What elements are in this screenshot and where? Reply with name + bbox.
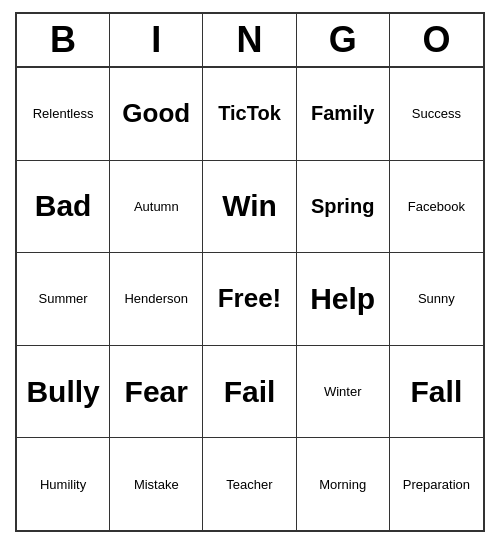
bingo-cell: Summer (17, 253, 110, 345)
cell-label: Autumn (134, 199, 179, 214)
bingo-cell: Family (297, 68, 390, 160)
cell-label: Bully (26, 375, 99, 409)
bingo-cell: Free! (203, 253, 296, 345)
header-letter: G (297, 14, 390, 66)
bingo-cell: Humility (17, 438, 110, 530)
bingo-cell: Fall (390, 346, 483, 438)
cell-label: Win (222, 189, 277, 223)
bingo-cell: TicTok (203, 68, 296, 160)
bingo-cell: Mistake (110, 438, 203, 530)
cell-label: Family (311, 102, 374, 125)
bingo-cell: Success (390, 68, 483, 160)
bingo-cell: Winter (297, 346, 390, 438)
bingo-cell: Relentless (17, 68, 110, 160)
bingo-row: SummerHendersonFree!HelpSunny (17, 253, 483, 346)
cell-label: Help (310, 282, 375, 316)
cell-label: Fall (411, 375, 463, 409)
cell-label: Relentless (33, 106, 94, 121)
cell-label: Preparation (403, 477, 470, 492)
bingo-cell: Morning (297, 438, 390, 530)
bingo-cell: Bully (17, 346, 110, 438)
cell-label: Winter (324, 384, 362, 399)
bingo-cell: Facebook (390, 161, 483, 253)
bingo-cell: Bad (17, 161, 110, 253)
bingo-cell: Fail (203, 346, 296, 438)
bingo-header: BINGO (17, 14, 483, 68)
bingo-cell: Henderson (110, 253, 203, 345)
bingo-cell: Preparation (390, 438, 483, 530)
header-letter: O (390, 14, 483, 66)
cell-label: Fail (224, 375, 276, 409)
cell-label: Teacher (226, 477, 272, 492)
bingo-row: BullyFearFailWinterFall (17, 346, 483, 439)
cell-label: Humility (40, 477, 86, 492)
cell-label: Mistake (134, 477, 179, 492)
cell-label: Sunny (418, 291, 455, 306)
bingo-cell: Autumn (110, 161, 203, 253)
bingo-card: BINGO RelentlessGoodTicTokFamilySuccessB… (15, 12, 485, 532)
bingo-body: RelentlessGoodTicTokFamilySuccessBadAutu… (17, 68, 483, 530)
header-letter: B (17, 14, 110, 66)
cell-label: Summer (39, 291, 88, 306)
cell-label: Good (122, 98, 190, 129)
bingo-cell: Spring (297, 161, 390, 253)
header-letter: I (110, 14, 203, 66)
bingo-cell: Win (203, 161, 296, 253)
cell-label: Bad (35, 189, 92, 223)
cell-label: Spring (311, 195, 374, 218)
bingo-cell: Good (110, 68, 203, 160)
cell-label: TicTok (218, 102, 281, 125)
bingo-cell: Teacher (203, 438, 296, 530)
bingo-cell: Sunny (390, 253, 483, 345)
bingo-row: HumilityMistakeTeacherMorningPreparation (17, 438, 483, 530)
cell-label: Morning (319, 477, 366, 492)
bingo-row: RelentlessGoodTicTokFamilySuccess (17, 68, 483, 161)
header-letter: N (203, 14, 296, 66)
bingo-cell: Fear (110, 346, 203, 438)
cell-label: Free! (218, 283, 282, 314)
bingo-row: BadAutumnWinSpringFacebook (17, 161, 483, 254)
cell-label: Success (412, 106, 461, 121)
bingo-cell: Help (297, 253, 390, 345)
cell-label: Facebook (408, 199, 465, 214)
cell-label: Fear (125, 375, 188, 409)
cell-label: Henderson (124, 291, 188, 306)
